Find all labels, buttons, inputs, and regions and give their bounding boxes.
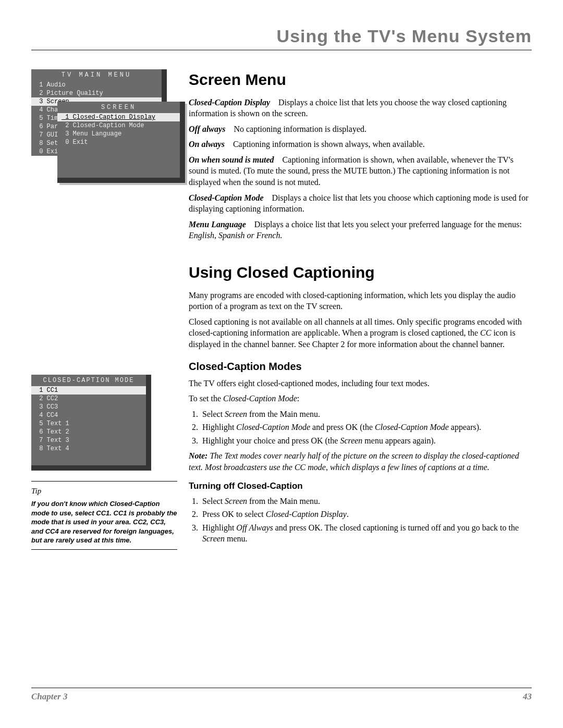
s4l3c: and press OK. The closed captioning is t… (273, 523, 519, 532)
opt3-term: On when sound is muted (189, 155, 274, 164)
s3l2a: Highlight (202, 423, 236, 431)
cc-mode-item: 5 Text 1 (31, 419, 146, 428)
opt-on-muted: On when sound is muted Captioning inform… (189, 154, 532, 188)
screen-menu-heading: Screen Menu (189, 69, 532, 91)
turning-off-heading: Turning off Closed-Caption (189, 480, 532, 492)
s3l2e: appears). (449, 423, 481, 431)
off-step-3: Highlight Off Always and press OK. The c… (200, 522, 532, 545)
s4l3e: menu. (225, 534, 248, 543)
ml-langs: English, Spanish or French. (189, 231, 282, 240)
opt-off-always: Off always No captioning information is … (189, 124, 532, 135)
s4l3a: Highlight (202, 523, 236, 532)
s3l2d: Closed-Caption Mode (375, 423, 449, 431)
s3p2c: : (297, 394, 299, 403)
screen-menu-item: 2 Closed-Caption Mode (57, 121, 180, 130)
main-menu-item: 2 Picture Quality (31, 89, 162, 97)
s3l3c: menu appears again). (362, 436, 435, 445)
turn-off-steps: Select Screen from the Main menu. Press … (200, 496, 532, 545)
cc-modes-heading: Closed-Caption Modes (189, 360, 532, 374)
s3l1c: from the Main menu. (247, 410, 320, 418)
s4l3b: Off Always (236, 523, 273, 532)
opt1-term: Off always (189, 125, 225, 133)
tv-main-menu-screenshot: TV MAIN MENU 1 Audio 2 Picture Quality 3… (31, 69, 167, 156)
left-column: TV MAIN MENU 1 Audio 2 Picture Quality 3… (31, 69, 177, 550)
ccm-paragraph: Closed-Caption Mode Displays a choice li… (189, 192, 532, 215)
tip-body: If you don't know which Closed-Caption m… (31, 499, 177, 545)
footer-chapter: Chapter 3 (31, 692, 67, 702)
s4l2b: Closed-Caption Display (266, 510, 347, 519)
using-cc-heading: Using Closed Captioning (189, 262, 532, 283)
ml-term: Menu Language (189, 220, 246, 229)
cc-mode-screenshot: CLOSED-CAPTION MODE 1 CC1 2 CC2 3 CC3 4 … (31, 375, 151, 471)
s3p2b: Closed-Caption Mode (223, 394, 297, 403)
tip-title: Tip (31, 486, 177, 496)
tip-box: Tip If you don't know which Closed-Capti… (31, 481, 177, 550)
cc-mode-item: 3 CC3 (31, 403, 146, 411)
cc-mode-item: 8 Text 4 (31, 445, 146, 453)
p2-cc: CC (480, 328, 491, 337)
ml-paragraph: Menu Language Displays a choice list tha… (189, 219, 532, 241)
opt1-desc: No captioning information is displayed. (234, 125, 366, 133)
step-3: Highlight your choice and press OK (the … (200, 435, 532, 447)
using-cc-p2: Closed captioning is not available on al… (189, 316, 532, 350)
cc-mode-title: CLOSED-CAPTION MODE (31, 375, 146, 386)
ccd-term: Closed-Caption Display (189, 98, 270, 107)
right-column: Screen Menu Closed-Caption Display Displ… (189, 69, 532, 550)
s4l1c: from the Main menu. (247, 497, 320, 505)
footer-page-number: 43 (523, 692, 532, 702)
screen-menu-item: 1 Closed-Caption Display (57, 113, 180, 121)
using-cc-p1: Many programs are encoded with closed-ca… (189, 290, 532, 312)
cc-mode-item: 6 Text 2 (31, 428, 146, 436)
cc-mode-item: 1 CC1 (31, 386, 146, 394)
content-area: TV MAIN MENU 1 Audio 2 Picture Quality 3… (31, 69, 532, 550)
s4l3d: Screen (202, 534, 225, 543)
s3l1b: Screen (225, 410, 247, 418)
s3l3b: Screen (340, 436, 362, 445)
note: Note: The Text modes cover nearly half o… (189, 450, 532, 473)
s3l2c: and press OK (the (310, 423, 375, 431)
opt2-term: On always (189, 140, 225, 149)
screen-submenu-title: SCREEN (57, 102, 180, 113)
s4l1a: Select (202, 497, 225, 505)
step-2: Highlight Closed-Caption Mode and press … (200, 422, 532, 433)
opt2-desc: Captioning information is shown always, … (233, 140, 425, 149)
cc-modes-p1: The TV offers eight closed-captioned mod… (189, 378, 532, 389)
p2a: Closed captioning is not available on al… (189, 317, 522, 338)
screen-menu-item: 3 Menu Language (57, 130, 180, 138)
s3p2a: To set the (189, 394, 223, 403)
step-1: Select Screen from the Main menu. (200, 409, 532, 420)
cc-mode-item: 4 CC4 (31, 411, 146, 419)
screen-menu-item: 0 Exit (57, 138, 180, 146)
s4l2c: . (347, 510, 349, 519)
ml-text: Displays a choice list that lets you sel… (254, 220, 522, 229)
ccm-term: Closed-Caption Mode (189, 193, 264, 202)
note-body: The Text modes cover nearly half of the … (189, 451, 519, 472)
page-header: Using the TV's Menu System (31, 26, 532, 51)
cc-mode-item: 7 Text 3 (31, 436, 146, 445)
s3l2b: Closed-Caption Mode (236, 423, 310, 431)
cc-mode-item: 2 CC2 (31, 394, 146, 403)
s4l2a: Press OK to select (202, 510, 266, 519)
off-step-2: Press OK to select Closed-Caption Displa… (200, 509, 532, 520)
cc-modes-p2: To set the Closed-Caption Mode: (189, 393, 532, 404)
note-label: Note: (189, 451, 207, 460)
ccd-paragraph: Closed-Caption Display Displays a choice… (189, 97, 532, 119)
main-menu-item: 1 Audio (31, 81, 162, 89)
tv-main-title: TV MAIN MENU (31, 69, 162, 81)
set-cc-steps: Select Screen from the Main menu. Highli… (200, 409, 532, 447)
screen-submenu: SCREEN 1 Closed-Caption Display 2 Closed… (57, 102, 185, 183)
opt-on-always: On always Captioning information is show… (189, 139, 532, 150)
s3l3a: Highlight your choice and press OK (the (202, 436, 340, 445)
off-step-1: Select Screen from the Main menu. (200, 496, 532, 507)
page-footer: Chapter 3 43 (31, 687, 532, 702)
s4l1b: Screen (225, 497, 247, 505)
s3l1a: Select (202, 410, 225, 418)
